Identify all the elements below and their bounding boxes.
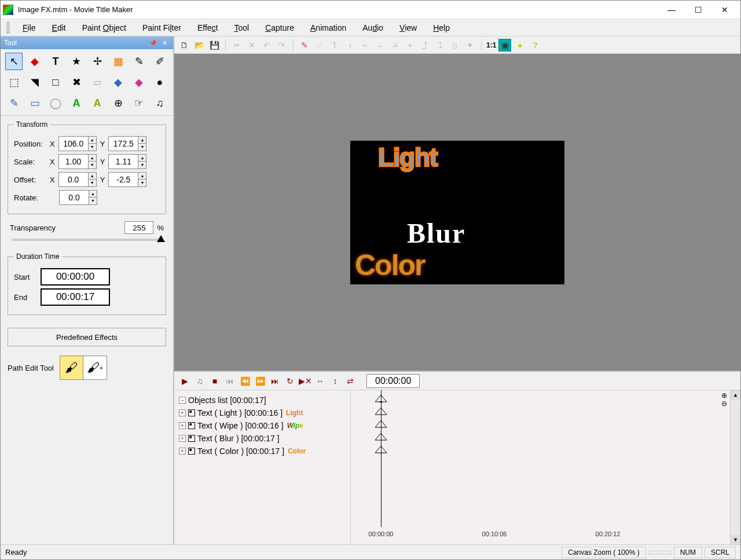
track-key-light[interactable] xyxy=(374,407,388,416)
timeline-vertical-scrollbar[interactable]: ▲ ▼ xyxy=(730,390,740,544)
object-row[interactable]: + Text ( Blur ) [00:00:17 ] xyxy=(179,432,346,445)
visibility-checkbox[interactable] xyxy=(188,422,195,429)
scale-x-input[interactable]: ▲▼ xyxy=(58,154,97,169)
align-left-icon[interactable]: ⫞ xyxy=(343,39,356,52)
menu-effect[interactable]: Effect xyxy=(190,21,225,35)
object-row[interactable]: + Text ( Color ) [00:00:17 ] Color xyxy=(179,445,346,457)
distribute-icon[interactable]: ⫡ xyxy=(388,39,401,52)
canvas-text-light[interactable]: Light xyxy=(378,143,438,172)
menu-animation[interactable]: Animation xyxy=(303,21,353,35)
path-add-brush-icon[interactable]: 🖌+ xyxy=(83,356,107,379)
pen2-tool-icon[interactable]: ✐ xyxy=(151,53,168,70)
text-tool-icon[interactable]: T xyxy=(47,53,64,70)
expand-icon[interactable]: + xyxy=(179,435,186,442)
maximize-button[interactable]: ☐ xyxy=(685,1,711,19)
panel-pin-icon[interactable]: 📌 xyxy=(147,39,160,47)
position-y-input[interactable]: ▲▼ xyxy=(108,136,146,151)
repeat-icon[interactable]: ⇄ xyxy=(344,375,356,387)
visibility-checkbox[interactable] xyxy=(188,435,195,442)
object-row[interactable]: + Text ( Light ) [00:00:16 ] Light xyxy=(179,407,346,419)
scroll-down-icon[interactable]: ▼ xyxy=(731,535,740,544)
wand-icon[interactable]: ✦ xyxy=(464,39,476,52)
menu-file[interactable]: File xyxy=(16,21,43,35)
screen-tool-icon[interactable]: ▭ xyxy=(26,94,43,112)
panel-close-icon[interactable]: ✕ xyxy=(160,39,170,47)
track-key-blur[interactable] xyxy=(374,432,388,441)
objects-header-row[interactable]: − Objects list [00:00:17] xyxy=(179,394,346,407)
visibility-checkbox[interactable] xyxy=(188,409,195,416)
line-icon[interactable]: ⟋ xyxy=(313,39,326,52)
canvas-area[interactable]: Light Blur Color xyxy=(174,54,740,371)
timeline-zoom-in-icon[interactable]: ⊕ xyxy=(720,391,729,400)
music-tool-icon[interactable]: ♫ xyxy=(151,94,168,112)
expand-icon[interactable]: + xyxy=(179,422,186,429)
send-back-icon[interactable]: ⮧ xyxy=(434,39,446,52)
circle-tool-icon[interactable]: ◯ xyxy=(47,94,64,112)
skip-end-icon[interactable]: ⏭ xyxy=(269,375,281,387)
menu-paint-filter[interactable]: Paint Filter xyxy=(135,21,188,35)
track-key-color[interactable] xyxy=(374,445,388,454)
timeline-zoom-out-icon[interactable]: ⊖ xyxy=(720,400,729,408)
text-a1-tool-icon[interactable]: A xyxy=(68,94,85,112)
delete-icon[interactable]: ✕ xyxy=(245,39,258,52)
pen1-tool-icon[interactable]: ✎ xyxy=(130,53,148,70)
rectangle-tool-icon[interactable]: □ xyxy=(47,74,64,91)
track-key-wipe[interactable] xyxy=(374,419,388,429)
visibility-checkbox[interactable] xyxy=(188,448,195,455)
canvas-text-blur[interactable]: Blur xyxy=(407,217,465,249)
menu-tool[interactable]: Tool xyxy=(227,21,256,35)
menu-edit[interactable]: Edit xyxy=(45,21,73,35)
fill-tool-icon[interactable]: ◆ xyxy=(130,74,148,91)
text-icon[interactable]: T xyxy=(328,39,341,52)
save-file-icon[interactable]: 💾 xyxy=(208,39,221,52)
scroll-up-icon[interactable]: ▲ xyxy=(731,390,740,400)
pointer-tool-icon[interactable]: ↖ xyxy=(5,53,23,70)
transparency-input[interactable] xyxy=(124,221,153,234)
add-icon[interactable]: + xyxy=(403,39,416,52)
redo-icon[interactable]: ↷ xyxy=(276,39,288,52)
hand-tool-icon[interactable]: ☞ xyxy=(130,94,148,112)
duration-end-input[interactable] xyxy=(41,288,110,306)
offset-x-input[interactable]: ▲▼ xyxy=(58,172,97,187)
menu-view[interactable]: View xyxy=(392,21,424,35)
undo-icon[interactable]: ↶ xyxy=(261,39,273,52)
loop-icon[interactable]: ↻ xyxy=(284,375,296,387)
cut-icon[interactable]: ✂ xyxy=(230,39,243,52)
color-cube-icon[interactable]: ◆ xyxy=(26,53,43,70)
object-row[interactable]: + Text ( Wipe ) [00:00:16 ] Wipe xyxy=(179,419,346,432)
menu-help[interactable]: Help xyxy=(426,21,457,35)
horizontal-icon[interactable]: ↔ xyxy=(314,375,326,387)
zoom-tool-icon[interactable]: ⊕ xyxy=(109,94,127,112)
sound-icon[interactable]: ♫ xyxy=(194,375,206,387)
timeline-tracks[interactable]: ⊕ ⊖ 00:00:00 00:10:06 00:20:12 xyxy=(351,390,730,544)
bring-fwd-icon[interactable]: ⮥ xyxy=(419,39,431,52)
rotate-input[interactable]: ▲▼ xyxy=(59,190,97,205)
record-icon[interactable]: ● xyxy=(513,39,526,52)
menu-capture[interactable]: Capture xyxy=(258,21,301,35)
offset-y-input[interactable]: ▲▼ xyxy=(108,172,146,187)
track-key-header[interactable] xyxy=(374,394,388,403)
tools-icon[interactable]: ✖ xyxy=(68,74,85,91)
collapse-icon[interactable]: − xyxy=(179,397,186,404)
keyframe-next-icon[interactable]: ▶✕ xyxy=(299,375,311,387)
position-x-input[interactable]: ▲▼ xyxy=(58,136,97,151)
align-center-icon[interactable]: ⫟ xyxy=(358,39,371,52)
brush-icon[interactable]: ✎ xyxy=(298,39,311,52)
menu-audio[interactable]: Audio xyxy=(355,21,390,35)
picture-tool-icon[interactable]: ▦ xyxy=(109,53,127,70)
select-area-tool-icon[interactable]: ⬚ xyxy=(5,74,23,91)
new-file-icon[interactable]: 🗋 xyxy=(178,39,190,52)
align-right-icon[interactable]: ⫠ xyxy=(373,39,386,52)
expand-icon[interactable]: + xyxy=(179,409,186,416)
duration-start-input[interactable] xyxy=(41,268,110,286)
text-a2-tool-icon[interactable]: A xyxy=(89,94,106,112)
vertical-icon[interactable]: ↕ xyxy=(329,375,341,387)
blob-tool-icon[interactable]: ● xyxy=(151,74,168,91)
forward-icon[interactable]: ⏩ xyxy=(254,375,266,387)
path-edit-brush-icon[interactable]: 🖌 xyxy=(60,356,83,379)
menu-paint-object[interactable]: Paint Object xyxy=(75,21,133,35)
help-icon[interactable]: ? xyxy=(529,39,541,52)
minimize-button[interactable]: — xyxy=(658,1,685,19)
predefined-effects-button[interactable]: Predefined Effects xyxy=(8,328,166,346)
expand-icon[interactable]: + xyxy=(179,448,186,455)
